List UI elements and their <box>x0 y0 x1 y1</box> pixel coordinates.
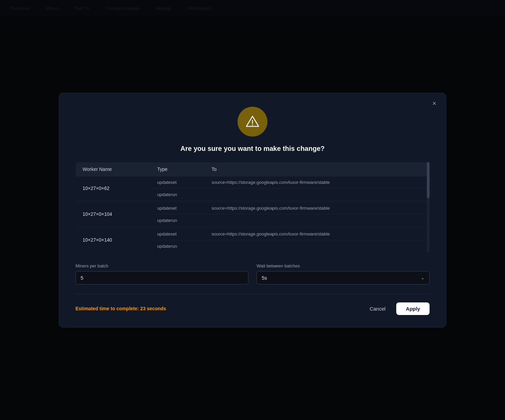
type-cell: updaterun <box>151 188 205 200</box>
warning-triangle-icon <box>245 114 260 129</box>
scrollbar-thumb[interactable] <box>427 162 430 198</box>
to-cell: source=https://storage.googleapis.com/lu… <box>205 228 430 240</box>
apply-button[interactable]: Apply <box>396 302 430 315</box>
miners-per-batch-field: Miners per batch <box>75 263 248 284</box>
table-row: 10×27×0×104updatesetsource=https://stora… <box>76 202 430 214</box>
estimated-label: Estimated time to complete: <box>75 306 139 311</box>
modal-title: Are you sure you want to make this chang… <box>75 145 430 153</box>
modal-backdrop: × Are you sure you want to make this cha… <box>0 0 505 420</box>
to-cell: source=https://storage.googleapis.com/lu… <box>205 176 430 188</box>
type-cell: updateset <box>151 202 205 214</box>
type-cell: updaterun <box>151 240 205 252</box>
worker-name-cell: 10×27×0×140 <box>76 228 151 252</box>
wait-between-batches-field: Wait between batches 5s 10s 15s 30s 60s … <box>257 263 430 284</box>
worker-name-cell: 10×27×0×104 <box>76 202 151 226</box>
col-worker-name: Worker Name <box>76 162 151 176</box>
warning-circle <box>238 107 267 137</box>
estimated-value: 23 seconds <box>140 306 166 311</box>
table-header-row: Worker Name Type To <box>76 162 430 176</box>
estimated-time: Estimated time to complete: 23 seconds <box>75 306 166 311</box>
to-cell <box>205 214 430 226</box>
wait-between-batches-label: Wait between batches <box>257 263 430 268</box>
modal-footer: Estimated time to complete: 23 seconds C… <box>75 302 430 315</box>
wait-between-batches-select[interactable]: 5s 10s 15s 30s 60s <box>257 271 430 284</box>
col-to: To <box>205 162 430 176</box>
svg-point-1 <box>252 124 253 125</box>
footer-actions: Cancel Apply <box>363 302 430 315</box>
changes-table: Worker Name Type To 10×27×0×62updatesets… <box>75 162 430 252</box>
type-cell: updateset <box>151 176 205 188</box>
close-button[interactable]: × <box>430 99 439 108</box>
miners-per-batch-label: Miners per batch <box>75 263 248 268</box>
worker-name-cell: 10×27×0×62 <box>76 176 151 200</box>
col-type: Type <box>151 162 205 176</box>
table-row: 10×27×0×62updatesetsource=https://storag… <box>76 176 430 188</box>
changes-table-wrapper: Worker Name Type To 10×27×0×62updatesets… <box>75 162 430 252</box>
table-row: 10×27×0×140updatesetsource=https://stora… <box>76 228 430 240</box>
to-cell <box>205 188 430 200</box>
confirmation-modal: × Are you sure you want to make this cha… <box>59 93 446 328</box>
cancel-button[interactable]: Cancel <box>363 302 393 315</box>
to-cell <box>205 240 430 252</box>
miners-per-batch-input[interactable] <box>75 271 248 284</box>
type-cell: updateset <box>151 228 205 240</box>
wait-select-wrapper: 5s 10s 15s 30s 60s ⌄ <box>257 271 430 284</box>
to-cell: source=https://storage.googleapis.com/lu… <box>205 202 430 214</box>
warning-icon-wrapper <box>75 107 430 137</box>
batch-settings: Miners per batch Wait between batches 5s… <box>75 263 430 284</box>
footer-divider <box>75 294 430 294</box>
type-cell: updaterun <box>151 214 205 226</box>
